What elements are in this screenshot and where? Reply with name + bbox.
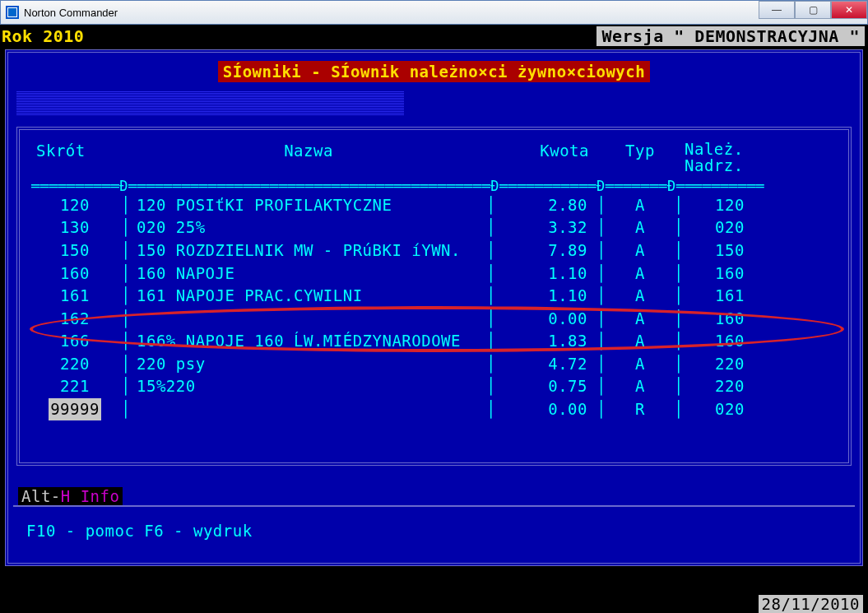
cell-typ: A [607, 353, 673, 376]
cell-kwota: 4.72 [497, 353, 596, 376]
table-row[interactable]: 220│220 psy│4.72│A│220 [30, 353, 838, 376]
maximize-button[interactable]: ▢ [795, 1, 831, 19]
cell-nazwa: 120 POSIťKI PROFILAKTYCZNE [132, 194, 485, 217]
table-row[interactable]: 130│020 25%│3.32│A│020 [30, 216, 838, 239]
cell-typ: A [607, 375, 673, 398]
selected-skrot: 99999 [49, 398, 101, 421]
cell-nadrz: 161 [685, 285, 775, 308]
cell-typ: A [607, 194, 673, 217]
col-header-typ: Typ [607, 142, 673, 174]
cell-typ: A [607, 285, 673, 308]
cell-typ: A [607, 308, 673, 331]
cell-nadrz: 120 [685, 194, 775, 217]
table-body: 120│120 POSIťKI PROFILAKTYCZNE│2.80│A│12… [30, 194, 838, 420]
cell-typ: A [607, 239, 673, 262]
cell-skrot: 130 [30, 216, 120, 239]
cell-nazwa: 166% NAPOJE 160 ĹW.MIÉDZYNARODOWE [132, 330, 485, 353]
cell-nazwa: 161 NAPOJE PRAC.CYWILNI [132, 285, 485, 308]
cell-typ: A [607, 216, 673, 239]
cell-skrot: 162 [30, 308, 120, 331]
alt-info-hint: Alt-H Info [18, 487, 123, 505]
cell-skrot: 220 [30, 353, 120, 376]
col-header-nazwa: Nazwa [132, 142, 485, 174]
cell-kwota: 0.00 [497, 308, 596, 331]
col-header-kwota: Kwota [497, 142, 596, 174]
cell-kwota: 0.00 [497, 398, 596, 421]
cell-skrot: 221 [30, 375, 120, 398]
cell-nazwa: 020 25% [132, 216, 485, 239]
console-header: Rok 2010 Wersja " DEMONSTRACYJNA " [0, 25, 868, 48]
cell-skrot: 120 [30, 194, 120, 217]
console-area: Rok 2010 Wersja " DEMONSTRACYJNA " SÍown… [0, 25, 868, 613]
cell-skrot: 160 [30, 262, 120, 286]
cell-skrot: 161 [30, 285, 120, 308]
table-row[interactable]: 162││0.00│A│160 [30, 308, 838, 331]
cell-typ: R [607, 398, 673, 421]
cell-kwota: 3.32 [497, 216, 596, 239]
cell-nadrz: 150 [685, 239, 775, 262]
col-header-skrot: Skrót [30, 142, 120, 174]
cell-nazwa: 160 NAPOJE [132, 262, 485, 286]
header-left: Rok 2010 [2, 26, 84, 46]
cell-nadrz: 220 [685, 353, 775, 376]
table-header-row: Skrót Nazwa Kwota Typ Należ. Nadrz. [30, 137, 838, 178]
table-row[interactable]: 166│166% NAPOJE 160 ĹW.MIÉDZYNARODOWE│1.… [30, 330, 838, 353]
cell-kwota: 0.75 [497, 375, 596, 398]
window-title: Norton Commander [24, 7, 118, 19]
cell-kwota: 2.80 [497, 194, 596, 217]
cell-nadrz: 220 [685, 375, 775, 398]
cell-kwota: 1.10 [497, 285, 596, 308]
close-button[interactable]: ✕ [831, 1, 867, 19]
cell-nadrz: 160 [685, 330, 775, 353]
window-titlebar: Norton Commander — ▢ ✕ [0, 0, 868, 25]
cell-nadrz: 020 [685, 398, 775, 421]
table-row[interactable]: 99999││0.00│R│020 [30, 398, 838, 421]
cell-nazwa: 15%220 [132, 375, 485, 398]
title-banner: SÍowniki - SÍownik należno×ci żywno×ciow… [218, 61, 650, 82]
table-row[interactable]: 221│15%220│0.75│A│220 [30, 375, 838, 398]
cell-skrot: 99999 [30, 398, 120, 421]
cell-kwota: 1.10 [497, 262, 596, 286]
cell-typ: A [607, 262, 673, 286]
cell-kwota: 7.89 [497, 239, 596, 262]
cell-typ: A [607, 330, 673, 353]
input-field-shaded[interactable] [16, 91, 404, 115]
table-row[interactable]: 161│161 NAPOJE PRAC.CYWILNI│1.10│A│161 [30, 285, 838, 308]
cell-nadrz: 160 [685, 308, 775, 331]
app-icon [6, 6, 19, 19]
date-stamp: 28/11/2010 [759, 595, 863, 613]
minimize-button[interactable]: — [759, 1, 795, 19]
footer-text: F10 - pomoc F6 - wydruk [26, 522, 253, 540]
cell-nazwa: 220 psy [132, 353, 485, 376]
table-row[interactable]: 120│120 POSIťKI PROFILAKTYCZNE│2.80│A│12… [30, 194, 838, 217]
table-row[interactable]: 150│150 ROZDZIELNIK MW - PRúBKI íYWN.│7.… [30, 239, 838, 262]
cell-nadrz: 160 [685, 262, 775, 286]
cell-nazwa: 150 ROZDZIELNIK MW - PRúBKI íYWN. [132, 239, 485, 262]
footer-help: F10 - pomoc F6 - wydruk [13, 505, 855, 560]
col-header-nadrz: Należ. Nadrz. [685, 142, 775, 174]
cell-nazwa [132, 308, 485, 331]
cell-skrot: 150 [30, 239, 120, 262]
cell-kwota: 1.83 [497, 330, 596, 353]
cell-skrot: 166 [30, 330, 120, 353]
cell-nadrz: 020 [685, 216, 775, 239]
header-right: Wersja " DEMONSTRACYJNA " [596, 26, 865, 46]
header-separator: ══════════Đ═════════════════════════════… [30, 178, 838, 194]
outer-frame: SÍowniki - SÍownik należno×ci żywno×ciow… [5, 49, 863, 566]
table-row[interactable]: 160│160 NAPOJE│1.10│A│160 [30, 262, 838, 286]
table-frame: Skrót Nazwa Kwota Typ Należ. Nadrz. ════… [16, 127, 852, 466]
cell-nazwa [132, 398, 485, 421]
